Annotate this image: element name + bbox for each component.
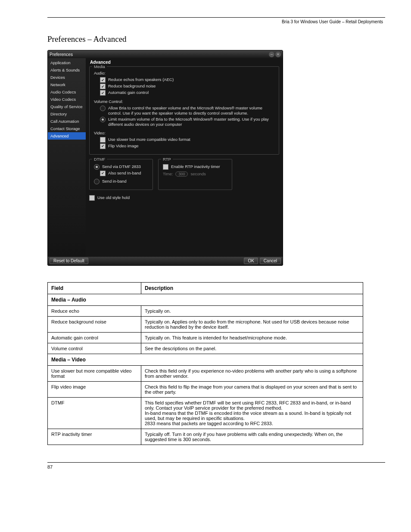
dtmf-2833-radio[interactable] — [94, 164, 100, 170]
header-rule — [47, 17, 385, 18]
table-desc: This field specifies whether DTMF will b… — [141, 397, 363, 429]
rtp-timer-checkbox[interactable] — [163, 164, 168, 170]
close-icon[interactable]: × — [275, 52, 281, 57]
table-row: Reduce background noiseTypically on. App… — [48, 316, 363, 332]
ok-button[interactable]: OK — [244, 258, 258, 264]
volume-radio-label-1: Limit maximum volume of Bria to the Micr… — [108, 117, 274, 127]
table-row: Media – Audio — [48, 294, 363, 305]
sidebar-item-application[interactable]: Application — [48, 59, 86, 66]
table-row: Media – Video — [48, 354, 363, 365]
rtp-legend: RTP — [161, 157, 173, 162]
audio-checkbox-2[interactable] — [100, 90, 106, 96]
dtmf-fieldset: DTMF Send via DTMF 2833 Also send In-ban… — [89, 159, 153, 190]
table-desc: See the descriptions on the panel. — [141, 343, 363, 354]
table-desc: Typically on. This feature is intended f… — [141, 332, 363, 343]
inband-label: Send in-band — [102, 179, 127, 184]
rtp-fieldset: RTP Enable RTP inactivity timer Time: 30… — [158, 159, 232, 190]
table-row: Use slower but more compatible video for… — [48, 365, 363, 381]
sidebar-item-advanced[interactable]: Advanced — [48, 132, 86, 140]
rtp-timer-label: Enable RTP inactivity timer — [171, 164, 220, 169]
window-title: Preferences — [50, 52, 73, 57]
old-style-hold-checkbox[interactable] — [89, 195, 95, 201]
also-inband-checkbox[interactable] — [100, 171, 106, 176]
section-title: Preferences – Advanced — [47, 34, 411, 44]
dtmf-2833-label: Send via DTMF 2833 — [102, 164, 141, 169]
sidebar-item-directory[interactable]: Directory — [48, 110, 86, 118]
page-number: 87 — [47, 464, 411, 470]
header-text: Bria 3 for Windows User Guide – Retail D… — [0, 19, 385, 24]
footer-rule — [47, 462, 385, 463]
description-table: Field Description Media – AudioReduce ec… — [47, 282, 363, 445]
audio-subheading: Audio: — [94, 71, 274, 75]
media-legend: Media — [92, 64, 107, 69]
sidebar-item-alerts-sounds[interactable]: Alerts & Sounds — [48, 66, 86, 74]
audio-label-2: Automatic gain control — [108, 90, 149, 95]
audio-checkbox-0[interactable] — [100, 77, 106, 83]
table-desc: Typically on. — [141, 305, 363, 316]
audio-label-1: Reduce background noise — [108, 84, 156, 89]
inband-radio[interactable] — [94, 179, 100, 184]
audio-checkbox-1[interactable] — [100, 84, 106, 89]
sidebar: ApplicationAlerts & SoundsDevicesNetwork… — [48, 58, 86, 257]
dtmf-legend: DTMF — [92, 157, 107, 162]
sidebar-item-devices[interactable]: Devices — [48, 74, 86, 81]
cancel-button[interactable]: Cancel — [260, 258, 281, 264]
minimize-icon[interactable]: – — [269, 52, 274, 57]
table-field: Reduce background noise — [48, 316, 141, 332]
table-row: Reduce echoTypically on. — [48, 305, 363, 316]
time-input[interactable]: 300 — [175, 171, 188, 177]
media-fieldset: Media Audio: Reduce echos from speakers … — [89, 66, 279, 155]
video-label-0: Use slower but more compatible video for… — [108, 137, 190, 142]
sidebar-item-video-codecs[interactable]: Video Codecs — [48, 96, 86, 103]
table-field: Use slower but more compatible video for… — [48, 365, 141, 381]
table-row: Automatic gain controlTypically on. This… — [48, 332, 363, 343]
bottom-bar: Reset to Default OK Cancel — [48, 257, 283, 265]
table-field: Volume control — [48, 343, 141, 354]
also-inband-label: Also send In-band — [108, 171, 141, 176]
table-row: DTMFThis field specifies whether DTMF wi… — [48, 397, 363, 429]
volume-radio-label-0: Allow Bria to control the speaker volume… — [108, 106, 274, 116]
table-field: Flip video image — [48, 381, 141, 397]
table-row: RTP inactivity timerTypically off. Turn … — [48, 429, 363, 445]
sidebar-item-network[interactable]: Network — [48, 81, 86, 88]
video-checkbox-0[interactable] — [100, 137, 106, 143]
panel-title: Advanced — [90, 60, 279, 65]
volume-control-subheading: Volume Control: — [94, 99, 274, 104]
sidebar-item-quality-of-service[interactable]: Quality of Service — [48, 103, 86, 110]
seconds-label: seconds — [190, 171, 206, 177]
table-field: Automatic gain control — [48, 332, 141, 343]
time-label: Time: — [163, 171, 173, 177]
table-row: Volume controlSee the descriptions on th… — [48, 343, 363, 354]
table-field: Reduce echo — [48, 305, 141, 316]
table-desc: Check this field to flip the image from … — [141, 381, 363, 397]
volume-radio-0[interactable] — [100, 106, 106, 111]
table-row: Flip video imageCheck this field to flip… — [48, 381, 363, 397]
table-section: Media – Video — [48, 354, 363, 365]
table-field: RTP inactivity timer — [48, 429, 141, 445]
col-description: Description — [141, 282, 363, 294]
table-section: Media – Audio — [48, 294, 363, 305]
video-subheading: Video: — [94, 131, 274, 135]
reset-button[interactable]: Reset to Default — [50, 258, 88, 264]
sidebar-item-contact-storage[interactable]: Contact Storage — [48, 125, 86, 132]
preferences-window: Preferences – × ApplicationAlerts & Soun… — [47, 50, 283, 266]
table-desc: Typically on. Applies only to audio from… — [141, 316, 363, 332]
video-checkbox-1[interactable] — [100, 143, 106, 149]
sidebar-item-audio-codecs[interactable]: Audio Codecs — [48, 88, 86, 96]
col-field: Field — [48, 282, 141, 294]
table-field: DTMF — [48, 397, 141, 429]
video-label-1: Flip Video image — [108, 143, 139, 149]
audio-label-0: Reduce echos from speakers (AEC) — [108, 77, 174, 82]
titlebar: Preferences – × — [48, 50, 283, 58]
volume-radio-1[interactable] — [100, 117, 106, 122]
content-panel: Advanced Media Audio: Reduce echos from … — [86, 58, 283, 257]
old-style-hold-label: Use old style hold — [97, 195, 130, 200]
table-desc: Check this field only if you experience … — [141, 365, 363, 381]
table-desc: Typically off. Turn it on only if you ha… — [141, 429, 363, 445]
sidebar-item-call-automation[interactable]: Call Automation — [48, 118, 86, 125]
